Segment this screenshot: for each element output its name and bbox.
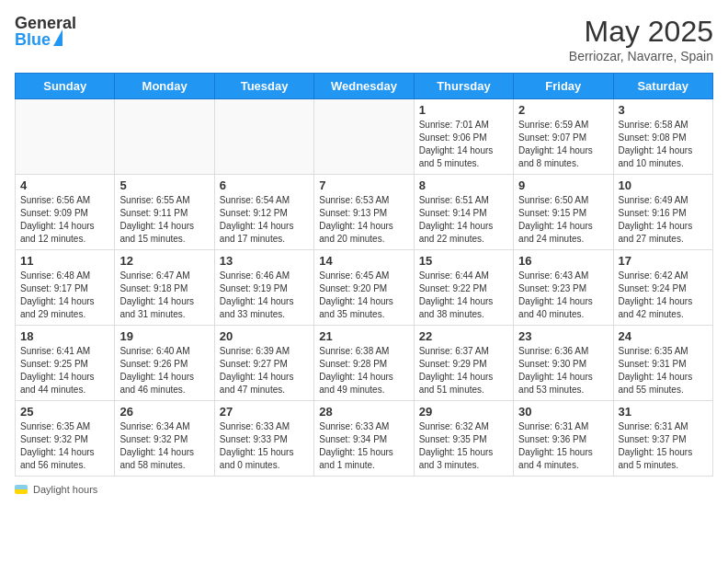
day-number: 19 xyxy=(119,329,209,343)
day-info: Sunrise: 6:58 AM Sunset: 9:08 PM Dayligh… xyxy=(619,119,708,170)
day-number: 26 xyxy=(119,405,209,419)
day-info: Sunrise: 6:49 AM Sunset: 9:16 PM Dayligh… xyxy=(619,194,708,246)
calendar-cell: 15Sunrise: 6:44 AM Sunset: 9:22 PM Dayli… xyxy=(414,250,513,326)
logo-general: General xyxy=(15,15,76,31)
day-info: Sunrise: 6:59 AM Sunset: 9:07 PM Dayligh… xyxy=(518,119,608,170)
calendar-cell: 13Sunrise: 6:46 AM Sunset: 9:19 PM Dayli… xyxy=(214,250,313,326)
calendar-cell: 8Sunrise: 6:51 AM Sunset: 9:14 PM Daylig… xyxy=(414,175,513,250)
day-info: Sunrise: 6:53 AM Sunset: 9:13 PM Dayligh… xyxy=(319,194,408,246)
day-info: Sunrise: 7:01 AM Sunset: 9:06 PM Dayligh… xyxy=(419,119,508,170)
day-info: Sunrise: 6:51 AM Sunset: 9:14 PM Dayligh… xyxy=(419,194,508,246)
calendar-cell: 22Sunrise: 6:37 AM Sunset: 9:29 PM Dayli… xyxy=(414,326,513,401)
day-info: Sunrise: 6:32 AM Sunset: 9:35 PM Dayligh… xyxy=(419,420,508,472)
day-number: 4 xyxy=(20,178,109,192)
title-section: May 2025 Berriozar, Navarre, Spain xyxy=(569,15,713,63)
day-info: Sunrise: 6:56 AM Sunset: 9:09 PM Dayligh… xyxy=(20,194,109,246)
day-number: 24 xyxy=(619,329,708,343)
logo-blue: Blue xyxy=(15,31,51,48)
day-info: Sunrise: 6:47 AM Sunset: 9:18 PM Dayligh… xyxy=(119,270,209,321)
col-saturday: Saturday xyxy=(613,74,712,99)
day-number: 22 xyxy=(419,329,508,343)
day-number: 10 xyxy=(619,178,708,192)
day-number: 15 xyxy=(419,254,508,268)
calendar-week-5: 25Sunrise: 6:35 AM Sunset: 9:32 PM Dayli… xyxy=(16,401,713,477)
calendar-cell xyxy=(214,99,313,175)
day-number: 7 xyxy=(319,178,408,192)
day-info: Sunrise: 6:41 AM Sunset: 9:25 PM Dayligh… xyxy=(20,345,109,396)
location: Berriozar, Navarre, Spain xyxy=(569,49,713,63)
day-info: Sunrise: 6:42 AM Sunset: 9:24 PM Dayligh… xyxy=(619,270,708,321)
day-number: 27 xyxy=(220,405,309,419)
calendar-cell: 25Sunrise: 6:35 AM Sunset: 9:32 PM Dayli… xyxy=(16,401,115,477)
day-number: 29 xyxy=(419,405,508,419)
day-number: 20 xyxy=(220,329,309,343)
col-sunday: Sunday xyxy=(16,74,115,99)
day-info: Sunrise: 6:34 AM Sunset: 9:32 PM Dayligh… xyxy=(119,420,209,472)
calendar-header-row: Sunday Monday Tuesday Wednesday Thursday… xyxy=(16,74,713,99)
calendar-week-3: 11Sunrise: 6:48 AM Sunset: 9:17 PM Dayli… xyxy=(16,250,713,326)
day-info: Sunrise: 6:46 AM Sunset: 9:19 PM Dayligh… xyxy=(220,270,309,321)
day-number: 2 xyxy=(518,103,608,117)
calendar-cell: 16Sunrise: 6:43 AM Sunset: 9:23 PM Dayli… xyxy=(514,250,613,326)
day-number: 3 xyxy=(619,103,708,117)
day-info: Sunrise: 6:54 AM Sunset: 9:12 PM Dayligh… xyxy=(220,194,309,246)
day-info: Sunrise: 6:31 AM Sunset: 9:37 PM Dayligh… xyxy=(619,420,708,472)
day-number: 31 xyxy=(619,405,708,419)
footer-label: Daylight hours xyxy=(33,484,97,495)
day-info: Sunrise: 6:33 AM Sunset: 9:34 PM Dayligh… xyxy=(319,420,408,472)
logo-triangle-icon xyxy=(53,29,63,46)
calendar-cell: 21Sunrise: 6:38 AM Sunset: 9:28 PM Dayli… xyxy=(314,326,414,401)
day-number: 13 xyxy=(220,254,309,268)
calendar-cell: 28Sunrise: 6:33 AM Sunset: 9:34 PM Dayli… xyxy=(314,401,414,477)
calendar-table: Sunday Monday Tuesday Wednesday Thursday… xyxy=(15,73,713,477)
day-info: Sunrise: 6:33 AM Sunset: 9:33 PM Dayligh… xyxy=(220,420,309,472)
calendar-cell: 6Sunrise: 6:54 AM Sunset: 9:12 PM Daylig… xyxy=(214,175,313,250)
calendar-cell xyxy=(16,99,115,175)
calendar-cell xyxy=(314,99,414,175)
day-number: 6 xyxy=(220,178,309,192)
day-info: Sunrise: 6:45 AM Sunset: 9:20 PM Dayligh… xyxy=(319,270,408,321)
day-info: Sunrise: 6:36 AM Sunset: 9:30 PM Dayligh… xyxy=(518,345,608,396)
page-header: General Blue May 2025 Berriozar, Navarre… xyxy=(15,15,713,63)
day-number: 23 xyxy=(518,329,608,343)
calendar-cell: 14Sunrise: 6:45 AM Sunset: 9:20 PM Dayli… xyxy=(314,250,414,326)
day-info: Sunrise: 6:48 AM Sunset: 9:17 PM Dayligh… xyxy=(20,270,109,321)
day-number: 25 xyxy=(20,405,109,419)
calendar-week-1: 1Sunrise: 7:01 AM Sunset: 9:06 PM Daylig… xyxy=(16,99,713,175)
day-info: Sunrise: 6:40 AM Sunset: 9:26 PM Dayligh… xyxy=(119,345,209,396)
day-info: Sunrise: 6:44 AM Sunset: 9:22 PM Dayligh… xyxy=(419,270,508,321)
calendar-cell: 20Sunrise: 6:39 AM Sunset: 9:27 PM Dayli… xyxy=(214,326,313,401)
col-tuesday: Tuesday xyxy=(214,74,313,99)
day-info: Sunrise: 6:55 AM Sunset: 9:11 PM Dayligh… xyxy=(119,194,209,246)
calendar-cell xyxy=(115,99,214,175)
col-monday: Monday xyxy=(115,74,214,99)
day-number: 30 xyxy=(518,405,608,419)
calendar-cell: 1Sunrise: 7:01 AM Sunset: 9:06 PM Daylig… xyxy=(414,99,513,175)
calendar-cell: 5Sunrise: 6:55 AM Sunset: 9:11 PM Daylig… xyxy=(115,175,214,250)
day-info: Sunrise: 6:37 AM Sunset: 9:29 PM Dayligh… xyxy=(419,345,508,396)
day-info: Sunrise: 6:50 AM Sunset: 9:15 PM Dayligh… xyxy=(518,194,608,246)
day-number: 5 xyxy=(119,178,209,192)
day-number: 17 xyxy=(619,254,708,268)
calendar-cell: 31Sunrise: 6:31 AM Sunset: 9:37 PM Dayli… xyxy=(613,401,712,477)
day-number: 18 xyxy=(20,329,109,343)
col-thursday: Thursday xyxy=(414,74,513,99)
day-info: Sunrise: 6:43 AM Sunset: 9:23 PM Dayligh… xyxy=(518,270,608,321)
calendar-week-2: 4Sunrise: 6:56 AM Sunset: 9:09 PM Daylig… xyxy=(16,175,713,250)
day-number: 8 xyxy=(419,178,508,192)
col-friday: Friday xyxy=(514,74,613,99)
calendar-cell: 24Sunrise: 6:35 AM Sunset: 9:31 PM Dayli… xyxy=(613,326,712,401)
calendar-cell: 29Sunrise: 6:32 AM Sunset: 9:35 PM Dayli… xyxy=(414,401,513,477)
calendar-cell: 23Sunrise: 6:36 AM Sunset: 9:30 PM Dayli… xyxy=(514,326,613,401)
calendar-cell: 27Sunrise: 6:33 AM Sunset: 9:33 PM Dayli… xyxy=(214,401,313,477)
day-info: Sunrise: 6:35 AM Sunset: 9:32 PM Dayligh… xyxy=(20,420,109,472)
calendar-cell: 2Sunrise: 6:59 AM Sunset: 9:07 PM Daylig… xyxy=(514,99,613,175)
calendar-cell: 7Sunrise: 6:53 AM Sunset: 9:13 PM Daylig… xyxy=(314,175,414,250)
calendar-cell: 26Sunrise: 6:34 AM Sunset: 9:32 PM Dayli… xyxy=(115,401,214,477)
month-title: May 2025 xyxy=(569,15,713,49)
day-number: 21 xyxy=(319,329,408,343)
calendar-cell: 17Sunrise: 6:42 AM Sunset: 9:24 PM Dayli… xyxy=(613,250,712,326)
day-info: Sunrise: 6:39 AM Sunset: 9:27 PM Dayligh… xyxy=(220,345,309,396)
day-info: Sunrise: 6:35 AM Sunset: 9:31 PM Dayligh… xyxy=(619,345,708,396)
calendar-cell: 4Sunrise: 6:56 AM Sunset: 9:09 PM Daylig… xyxy=(16,175,115,250)
